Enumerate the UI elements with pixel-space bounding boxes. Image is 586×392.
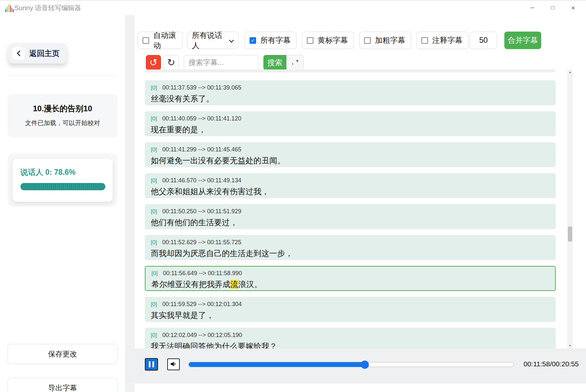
time-range: 00:11:56.649 --> 00:11:58.990: [163, 270, 242, 276]
subtitle-text[interactable]: 丝毫没有关系了。: [145, 91, 556, 104]
autoscroll-label: 自动滚动: [153, 30, 178, 51]
time-display: 00:11:58/00:20:55: [523, 360, 579, 368]
subtitle-row[interactable]: [0]00:12:02.049 --> 00:12:05.190我无法明确回答他…: [145, 328, 556, 349]
undo-icon: ↺: [149, 57, 157, 68]
subtitle-row[interactable]: [0]00:11:37.539 --> 00:11:39.065丝毫没有关系了。: [145, 80, 556, 105]
save-changes-button[interactable]: 保存更改: [8, 344, 118, 364]
filter-toggle-3[interactable]: 注释字幕: [416, 32, 468, 49]
previous-subtitle-partial: [145, 69, 556, 72]
app-window: Sunny 语音转写编辑器 ─ □ × 返回主页 10.漫长的告别10 文件已加…: [0, 0, 586, 392]
sidebar: 返回主页 10.漫长的告别10 文件已加载，可以开始校对 说话人 0: 78.6…: [0, 15, 125, 392]
redo-button[interactable]: ↻: [164, 55, 179, 70]
player-bar: 00:11:58/00:20:55: [125, 349, 586, 383]
filter-label-0: 所有字幕: [260, 35, 291, 45]
speaker-select[interactable]: 所有说话人: [187, 32, 239, 49]
subtitle-text[interactable]: 其实我早就是了，: [145, 308, 556, 321]
subtitle-meta: [0]00:11:52.629 --> 00:11:55.725: [145, 235, 556, 246]
autoscroll-toggle[interactable]: 自动滚动: [138, 32, 183, 49]
merge-gap-input[interactable]: [470, 32, 497, 49]
filter-toggle-0[interactable]: ✓所有字幕: [245, 32, 297, 49]
scrollbar-thumb[interactable]: [568, 226, 572, 242]
speaker-tag: [0]: [151, 146, 157, 153]
subtitle-text[interactable]: 而我却因为厌恶自己的生活走到这一步，: [145, 246, 556, 259]
filter-checkbox-2[interactable]: [364, 37, 371, 44]
subtitle-row[interactable]: [0]00:11:59.529 --> 00:12:01.304其实我早就是了，: [145, 297, 556, 322]
seek-slider[interactable]: [189, 362, 514, 367]
speaker-stats-card: 说话人 0: 78.6%: [8, 153, 118, 207]
subtitle-text[interactable]: 我无法明确回答他为什么要嫁给我？: [145, 339, 556, 349]
subtitle-row[interactable]: [0]00:11:50.250 --> 00:11:51.929他们有他们的生活…: [145, 204, 556, 229]
time-range: 00:11:59.529 --> 00:12:01.304: [162, 301, 242, 307]
time-range: 00:11:46.570 --> 00:11:49.134: [162, 177, 241, 184]
main-area: 自动滚动 所有说话人 ✓所有字幕黄标字幕加粗字幕注释字幕 合并字幕 ↺ ↻ 搜索…: [125, 15, 586, 392]
search-input[interactable]: [184, 55, 258, 70]
maximize-button[interactable]: □: [543, 0, 563, 15]
subtitle-row[interactable]: [0]00:11:52.629 --> 00:11:55.725而我却因为厌恶自…: [145, 235, 556, 260]
filter-checkbox-1[interactable]: [307, 37, 313, 44]
subtitle-text[interactable]: 如何避免一出没有必要无益处的丑闻。: [145, 153, 556, 166]
subtitle-meta: [0]00:11:41.299 --> 00:11:45.465: [145, 142, 556, 153]
seek-fill: [189, 362, 364, 367]
seek-thumb[interactable]: [361, 360, 369, 369]
app-title: Sunny 语音转写编辑器: [14, 4, 81, 13]
filter-checkbox-3[interactable]: [421, 37, 428, 44]
window-controls: ─ □ ×: [522, 0, 583, 15]
subtitle-meta: [0]00:11:59.529 --> 00:12:01.304: [145, 297, 556, 308]
scroll-down-arrow-icon[interactable]: ▼: [567, 343, 573, 349]
time-range: 00:11:40.059 --> 00:11:41.120: [162, 115, 241, 122]
volume-button[interactable]: [167, 358, 180, 370]
time-range: 00:11:41.299 --> 00:11:45.465: [162, 146, 241, 153]
subtitle-meta: [0]00:11:37.539 --> 00:11:39.065: [145, 80, 556, 91]
filter-toggle-2[interactable]: 加粗字幕: [359, 32, 411, 49]
subtitle-text[interactable]: 他们有他们的生活要过，: [145, 215, 556, 228]
speaker-tag: [0]: [151, 177, 157, 184]
speaker-progress-card: 说话人 0: 78.6%: [13, 159, 113, 202]
search-button[interactable]: 搜索: [263, 55, 286, 70]
subtitle-row[interactable]: [0]00:11:41.299 --> 00:11:45.465如何避免一出没有…: [145, 142, 556, 167]
speaker-tag: [0]: [151, 239, 157, 246]
filter-label-1: 黄标字幕: [318, 35, 348, 45]
subtitle-row[interactable]: [0]00:11:40.059 --> 00:11:41.120现在重要的是，: [145, 111, 556, 136]
filter-checkbox-0[interactable]: ✓: [250, 37, 256, 44]
back-home-label: 返回主页: [29, 48, 60, 59]
filter-label-2: 加粗字幕: [375, 35, 405, 45]
speaker-percent-label: 说话人 0: 78.6%: [20, 167, 75, 177]
subtitle-text[interactable]: 他父亲和姐姐从来没有伤害过我，: [145, 184, 556, 197]
subtitle-list[interactable]: [0]00:11:37.539 --> 00:11:39.065丝毫没有关系了。…: [145, 69, 556, 349]
minimize-button[interactable]: ─: [522, 0, 543, 15]
scroll-up-arrow-icon[interactable]: ▲: [567, 69, 573, 75]
filter-label-3: 注释字幕: [432, 35, 463, 45]
subtitle-scrollbar[interactable]: ▲ ▼: [567, 69, 573, 349]
sidebar-gutter: [125, 15, 135, 392]
subtitle-meta: [0]00:11:40.059 --> 00:11:41.120: [145, 111, 556, 122]
time-range: 00:11:52.629 --> 00:11:55.725: [162, 239, 241, 246]
export-subtitles-button[interactable]: 导出字幕: [8, 378, 118, 392]
pause-button[interactable]: [145, 358, 158, 371]
speaker-progress-bar: [20, 183, 105, 190]
time-range: 00:12:02.049 --> 00:12:05.190: [162, 332, 242, 338]
merge-subtitles-button[interactable]: 合并字幕: [504, 32, 541, 49]
undo-button[interactable]: ↺: [146, 55, 161, 70]
subtitle-meta: [0]00:12:02.049 --> 00:12:05.190: [145, 328, 556, 339]
speaker-icon: [170, 360, 177, 369]
pause-icon: [149, 361, 150, 367]
subtitle-text[interactable]: 希尔维亚没有把我弄成流浪汉。: [146, 277, 555, 290]
chevron-down-icon: [229, 36, 234, 45]
speaker-tag: [0]: [151, 332, 157, 338]
app-logo-icon: [5, 4, 14, 12]
subtitle-row-selected[interactable]: [0]00:11:56.649 --> 00:11:58.990希尔维亚没有把我…: [145, 266, 556, 291]
title-bar: Sunny 语音转写编辑器 ─ □ ×: [0, 0, 586, 15]
regex-toggle-button[interactable]: .*: [287, 55, 304, 70]
speaker-tag: [0]: [151, 301, 157, 307]
subtitle-meta: [0]00:11:46.570 --> 00:11:49.134: [145, 173, 556, 184]
filter-toggle-1[interactable]: 黄标字幕: [302, 32, 354, 49]
autoscroll-checkbox[interactable]: [143, 37, 149, 44]
back-home-button[interactable]: 返回主页: [8, 43, 67, 64]
redo-icon: ↻: [167, 57, 175, 68]
subtitle-row[interactable]: [0]00:11:46.570 --> 00:11:49.134他父亲和姐姐从来…: [145, 173, 556, 198]
subtitle-text[interactable]: 现在重要的是，: [145, 122, 556, 135]
subtitle-meta: [0]00:11:50.250 --> 00:11:51.929: [145, 204, 556, 215]
close-button[interactable]: ×: [563, 0, 583, 15]
time-range: 00:11:50.250 --> 00:11:51.929: [162, 208, 241, 215]
speaker-select-value: 所有说话人: [192, 30, 225, 51]
